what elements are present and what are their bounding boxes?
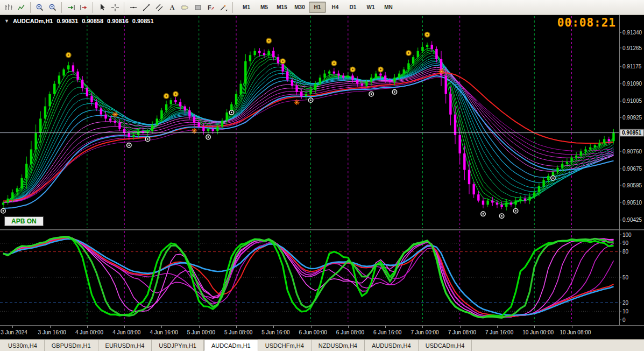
draw-tools-dropdown-button[interactable] xyxy=(217,1,230,13)
timeframe-h4[interactable]: H4 xyxy=(327,2,344,13)
timeframe-h1[interactable]: H1 xyxy=(309,2,326,13)
tab-us30m-h4[interactable]: US30m,H4 xyxy=(1,340,45,351)
svg-text:F: F xyxy=(208,4,211,11)
time-label: 7 Jun 16:00 xyxy=(485,329,513,335)
text-label-button[interactable] xyxy=(179,1,191,13)
time-tick xyxy=(385,326,386,328)
svg-text:10: 10 xyxy=(622,308,629,314)
tab-nzdusdm-h4[interactable]: NZDUSDm,H4 xyxy=(312,340,365,351)
tab-usdchfm-h4[interactable]: USDCHFm,H4 xyxy=(258,340,312,351)
low-value: 0.90816 xyxy=(107,18,129,24)
time-label: 4 Jun 00:00 xyxy=(75,329,103,335)
chart-shift-button[interactable] xyxy=(77,1,90,13)
timeframe-mn[interactable]: MN xyxy=(380,2,397,13)
timeframe-m30[interactable]: M30 xyxy=(291,2,308,13)
line-chart-button[interactable] xyxy=(15,1,27,13)
chart-tabs-bar: US30m,H4GBPUSDm,H1EURUSDm,H4USDJPYm,H1AU… xyxy=(0,339,644,351)
time-tick xyxy=(273,326,274,328)
timeframe-w1[interactable]: W1 xyxy=(362,2,379,13)
time-label: 3 Jun 16:00 xyxy=(38,329,66,335)
time-label: 7 Jun 08:00 xyxy=(448,329,476,335)
time-tick xyxy=(348,326,349,328)
svg-text:0.90425: 0.90425 xyxy=(622,217,642,223)
horizontal-line-button[interactable] xyxy=(127,1,139,13)
toolbar-separator xyxy=(93,2,93,13)
svg-text:20: 20 xyxy=(622,300,629,306)
svg-text:0.90675: 0.90675 xyxy=(622,166,642,172)
time-tick xyxy=(50,326,51,328)
tab-gbpusdm-h1[interactable]: GBPUSDm,H1 xyxy=(45,340,98,351)
close-value: 0.90851 xyxy=(132,18,154,24)
time-label: 10 Jun 00:00 xyxy=(522,329,554,335)
zoom-out-button[interactable] xyxy=(46,1,59,13)
time-tick xyxy=(199,326,200,328)
time-label: 6 Jun 00:00 xyxy=(299,329,327,335)
svg-text:0.91265: 0.91265 xyxy=(622,45,642,51)
tab-eurusdm-h4[interactable]: EURUSDm,H4 xyxy=(98,340,152,351)
text-button[interactable]: A xyxy=(166,1,178,13)
shapes-button[interactable] xyxy=(192,1,204,13)
bar-chart-button[interactable] xyxy=(2,1,15,13)
open-value: 0.90831 xyxy=(56,18,78,24)
svg-text:100: 100 xyxy=(622,232,632,238)
auto-scroll-button[interactable] xyxy=(65,1,77,13)
timeframe-d1[interactable]: D1 xyxy=(344,2,362,13)
toolbar-separator xyxy=(124,2,124,13)
time-label: 4 Jun 16:00 xyxy=(150,329,178,335)
toolbar-separator xyxy=(232,2,233,13)
time-axis[interactable]: 3 Jun 20243 Jun 16:004 Jun 00:004 Jun 08… xyxy=(0,325,644,339)
time-tick xyxy=(311,326,312,328)
toolbar-separator xyxy=(61,2,62,13)
time-label: 5 Jun 08:00 xyxy=(224,329,252,335)
chart-ohlc-header: ▼ AUDCADm,H1 0.90831 0.90858 0.90816 0.9… xyxy=(4,18,154,24)
chart-panel: 0.913400.912650.911750.910900.910050.909… xyxy=(0,15,644,339)
tab-usdjpym-h1[interactable]: USDJPYm,H1 xyxy=(152,340,204,351)
time-label: 5 Jun 16:00 xyxy=(261,329,289,335)
arrows-button[interactable]: F xyxy=(204,1,217,13)
time-tick xyxy=(161,326,162,328)
equidistant-channel-button[interactable] xyxy=(153,1,165,13)
mt4-window: A F M1M5M15M30H1H4D1W1MN 0.913400.912650… xyxy=(0,0,644,351)
svg-text:0.90760: 0.90760 xyxy=(622,149,642,155)
svg-text:0.90595: 0.90595 xyxy=(622,182,642,188)
candle-countdown-timer: 00:08:21 xyxy=(557,16,616,29)
tab-usdcadm-h4[interactable]: USDCADm,H4 xyxy=(419,340,472,351)
trendline-button[interactable] xyxy=(140,1,152,13)
main-chart-canvas[interactable]: 0.913400.912650.911750.910900.910050.909… xyxy=(0,15,644,229)
time-label: 5 Jun 00:00 xyxy=(187,329,215,335)
svg-text:0.90510: 0.90510 xyxy=(622,200,642,206)
time-tick xyxy=(12,326,13,328)
timeframe-m1[interactable]: M1 xyxy=(238,2,255,13)
svg-text:0.91175: 0.91175 xyxy=(622,64,642,69)
time-label: 3 Jun 2024 xyxy=(1,329,27,335)
zoom-in-button[interactable] xyxy=(33,1,46,13)
svg-text:0.91090: 0.91090 xyxy=(622,81,642,87)
time-tick xyxy=(460,326,461,328)
time-tick xyxy=(422,326,423,328)
time-tick xyxy=(497,326,498,328)
svg-text:0.91340: 0.91340 xyxy=(622,30,642,36)
time-label: 6 Jun 16:00 xyxy=(373,329,401,335)
cursor-button[interactable] xyxy=(96,1,108,13)
svg-text:0.90851: 0.90851 xyxy=(622,130,642,136)
svg-text:80: 80 xyxy=(622,249,629,255)
time-tick xyxy=(572,326,572,328)
chevron-down-icon[interactable]: ▼ xyxy=(4,18,9,24)
time-label: 6 Jun 08:00 xyxy=(336,329,364,335)
svg-text:50: 50 xyxy=(622,275,629,280)
svg-text:A: A xyxy=(169,4,174,11)
time-tick xyxy=(236,326,237,328)
time-tick xyxy=(87,326,88,328)
crosshair-button[interactable] xyxy=(109,1,121,13)
toolbar-separator xyxy=(30,2,31,13)
indicator-canvas[interactable]: 10090805020100 xyxy=(0,229,644,325)
timeframe-m5[interactable]: M5 xyxy=(256,2,273,13)
timeframe-m15[interactable]: M15 xyxy=(273,2,291,13)
apb-toggle-button[interactable]: APB ON xyxy=(4,216,44,226)
svg-text:0.91005: 0.91005 xyxy=(622,98,642,104)
toolbar: A F M1M5M15M30H1H4D1W1MN xyxy=(0,0,644,15)
tab-audcadm-h1[interactable]: AUDCADm,H1 xyxy=(204,340,258,351)
svg-text:90: 90 xyxy=(622,240,629,246)
tab-audusdm-h4[interactable]: AUDUSDm,H4 xyxy=(365,340,419,351)
high-value: 0.90858 xyxy=(82,18,103,24)
